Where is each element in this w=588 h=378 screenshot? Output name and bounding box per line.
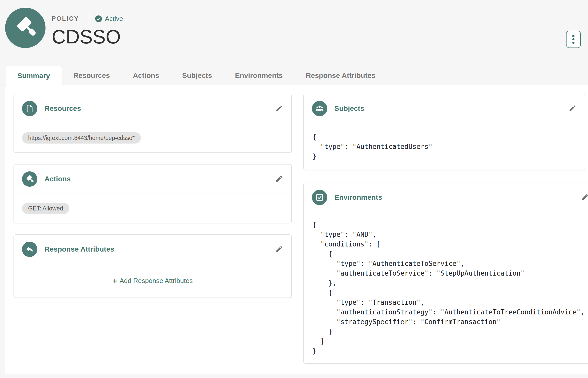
gavel-icon <box>13 15 38 41</box>
pencil-icon <box>275 245 283 253</box>
pencil-icon <box>569 104 576 112</box>
pencil-icon <box>275 104 283 112</box>
subjects-card-title: Subjects <box>334 104 364 113</box>
edit-subjects-button[interactable] <box>568 104 576 113</box>
environments-json: { "type": "AND", "conditions": [ { "type… <box>312 220 588 356</box>
gavel-icon <box>22 171 37 187</box>
environments-card-title: Environments <box>334 193 382 202</box>
edit-response-attributes-button[interactable] <box>275 245 283 253</box>
tab-bar: Summary Resources Actions Subjects Envir… <box>6 66 588 85</box>
subjects-json: { "type": "AuthenticatedUsers" } <box>312 132 576 161</box>
document-icon <box>22 101 37 116</box>
tab-environments[interactable]: Environments <box>223 66 294 85</box>
pencil-icon <box>581 193 588 201</box>
kebab-menu-icon <box>572 35 574 44</box>
tab-response-attributes[interactable]: Response Attributes <box>294 66 387 85</box>
reply-arrow-icon <box>22 242 37 257</box>
environments-card: Environments { "type": "AND", "condition… <box>303 183 588 364</box>
subjects-card: Subjects { "type": "AuthenticatedUsers" … <box>303 94 585 170</box>
edit-resources-button[interactable] <box>275 104 283 113</box>
checkbox-check-icon <box>312 190 327 205</box>
right-column: Subjects { "type": "AuthenticatedUsers" … <box>303 94 588 364</box>
pencil-icon <box>275 175 283 183</box>
check-circle-icon <box>95 15 102 22</box>
resources-card: Resources https://ig.ext.com:8443/home/p… <box>14 94 292 153</box>
group-icon <box>312 101 327 116</box>
add-response-attributes-label: Add Response Attributes <box>120 277 193 285</box>
summary-tab-panel: Resources https://ig.ext.com:8443/home/p… <box>5 85 588 374</box>
response-attributes-card-title: Response Attributes <box>44 245 114 253</box>
resource-chip: https://ig.ext.com:8443/home/pep-cdsso* <box>22 132 141 144</box>
header-info: POLICY Active CDSSO <box>52 8 123 46</box>
tab-resources[interactable]: Resources <box>62 66 121 85</box>
tab-subjects[interactable]: Subjects <box>171 66 224 85</box>
status-label: Active <box>105 15 123 23</box>
actions-card-title: Actions <box>44 175 71 183</box>
status-badge: Active <box>95 15 123 23</box>
policy-avatar <box>5 8 46 48</box>
tab-summary[interactable]: Summary <box>6 66 62 85</box>
plus-icon: + <box>112 277 117 285</box>
more-options-button[interactable] <box>566 31 581 48</box>
edit-actions-button[interactable] <box>275 175 283 183</box>
tab-actions[interactable]: Actions <box>121 66 171 85</box>
response-attributes-card: Response Attributes + Add Response Attri… <box>14 234 292 298</box>
edit-environments-button[interactable] <box>581 193 588 202</box>
add-response-attributes-link[interactable]: + Add Response Attributes <box>14 264 291 298</box>
page-header: POLICY Active CDSSO <box>0 0 588 48</box>
header-divider <box>89 13 89 24</box>
actions-card: Actions GET: Allowed <box>14 164 292 223</box>
action-chip: GET: Allowed <box>22 203 69 214</box>
resources-card-title: Resources <box>44 104 81 113</box>
left-column: Resources https://ig.ext.com:8443/home/p… <box>14 94 292 298</box>
policy-kicker: POLICY <box>52 15 79 22</box>
page-title: CDSSO <box>52 27 123 46</box>
